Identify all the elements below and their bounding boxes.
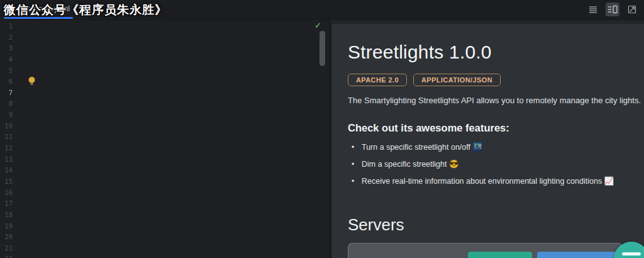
- features-list: •Turn a specific streetlight on/off 🌃•Di…: [348, 142, 644, 186]
- fab-bar: [622, 252, 641, 255]
- api-badges: APACHE 2.0APPLICATION/JSON: [348, 74, 644, 86]
- code-line[interactable]: 14: [0, 165, 319, 176]
- code-line[interactable]: 4: [0, 54, 319, 65]
- feature-item: •Turn a specific streetlight on/off 🌃: [348, 142, 644, 152]
- line-number: 18: [0, 210, 13, 221]
- line-number: 14: [0, 165, 13, 176]
- code-line[interactable]: 9: [0, 109, 319, 121]
- line-number: 15: [0, 176, 13, 188]
- feature-text: Dim a specific streetlight 😎: [362, 159, 459, 169]
- code-line[interactable]: 8: [0, 98, 319, 109]
- bullet-dot: •: [352, 177, 362, 186]
- line-number: 3: [0, 43, 13, 54]
- feature-text: Turn a specific streetlight on/off 🌃: [362, 142, 482, 152]
- code-line[interactable]: 18: [0, 210, 319, 221]
- code-line[interactable]: 20: [0, 232, 319, 243]
- asyncapi-preview-pane: Streetlights 1.0.0 APACHE 2.0APPLICATION…: [330, 20, 644, 258]
- code-line[interactable]: 10: [0, 121, 319, 132]
- code-line[interactable]: 6: [0, 76, 319, 87]
- code-editor[interactable]: 12345678910111213141516171819202122 ✓: [0, 20, 330, 258]
- line-number: 9: [0, 109, 13, 121]
- api-title: Streetlights 1.0.0: [348, 42, 644, 63]
- feature-text: Receive real-time information about envi…: [362, 176, 614, 186]
- server-protocol-chip[interactable]: [537, 252, 622, 258]
- line-number: 12: [0, 143, 13, 154]
- line-number: 11: [0, 132, 13, 143]
- code-line[interactable]: 12: [0, 143, 319, 154]
- structure-menu-icon[interactable]: [586, 3, 600, 16]
- intention-bulb-icon[interactable]: [28, 76, 36, 86]
- line-number: 17: [0, 198, 13, 210]
- editor-scrollbar[interactable]: [319, 31, 325, 66]
- code-line[interactable]: 17: [0, 198, 319, 210]
- feature-item: •Dim a specific streetlight 😎: [348, 159, 644, 169]
- line-number: 13: [0, 154, 13, 165]
- line-number: 16: [0, 188, 13, 199]
- line-number: 10: [0, 121, 13, 132]
- code-line[interactable]: 15: [0, 176, 319, 188]
- code-line[interactable]: 19: [0, 221, 319, 232]
- features-heading: Check out its awesome features:: [348, 122, 644, 134]
- code-line[interactable]: 7: [0, 87, 319, 99]
- api-badge: APACHE 2.0: [348, 74, 407, 86]
- line-number: 8: [0, 98, 13, 109]
- line-number: 6: [0, 76, 13, 87]
- open-in-browser-icon[interactable]: [625, 3, 639, 16]
- code-line[interactable]: 5: [0, 65, 319, 77]
- code-line[interactable]: 3: [0, 43, 319, 54]
- code-line[interactable]: 1: [0, 21, 319, 32]
- editor-preview-layout-icon[interactable]: [606, 3, 619, 16]
- line-number: 21: [0, 243, 13, 254]
- api-badge: APPLICATION/JSON: [413, 74, 501, 86]
- editor-lines: 12345678910111213141516171819202122: [0, 21, 319, 258]
- code-line[interactable]: 13: [0, 154, 319, 165]
- servers-heading: Servers: [348, 215, 644, 235]
- app-window: asyncapi.yaml: [0, 0, 644, 258]
- code-line[interactable]: 11: [0, 132, 319, 143]
- feature-item: •Receive real-time information about env…: [348, 176, 644, 186]
- servers-panel[interactable]: [348, 243, 623, 258]
- line-number: 2: [0, 32, 13, 43]
- line-number: 1: [0, 21, 13, 32]
- line-number: 19: [0, 221, 13, 232]
- line-number: 22: [0, 254, 13, 258]
- line-number: 5: [0, 65, 13, 77]
- line-number: 7: [0, 87, 13, 99]
- code-line[interactable]: 22: [0, 254, 319, 258]
- line-number: 20: [0, 232, 13, 243]
- watermark-text: 微信公众号《程序员朱永胜》: [4, 2, 167, 18]
- code-line[interactable]: 21: [0, 243, 319, 254]
- line-number: 4: [0, 54, 13, 65]
- server-protocol-chip[interactable]: [468, 252, 532, 258]
- bullet-dot: •: [352, 143, 362, 152]
- code-line[interactable]: 16: [0, 188, 319, 199]
- code-line[interactable]: 2: [0, 32, 319, 43]
- bullet-dot: •: [352, 160, 362, 169]
- api-description: The Smartylighting Streetlights API allo…: [348, 96, 644, 105]
- inspection-ok-icon[interactable]: ✓: [314, 21, 321, 30]
